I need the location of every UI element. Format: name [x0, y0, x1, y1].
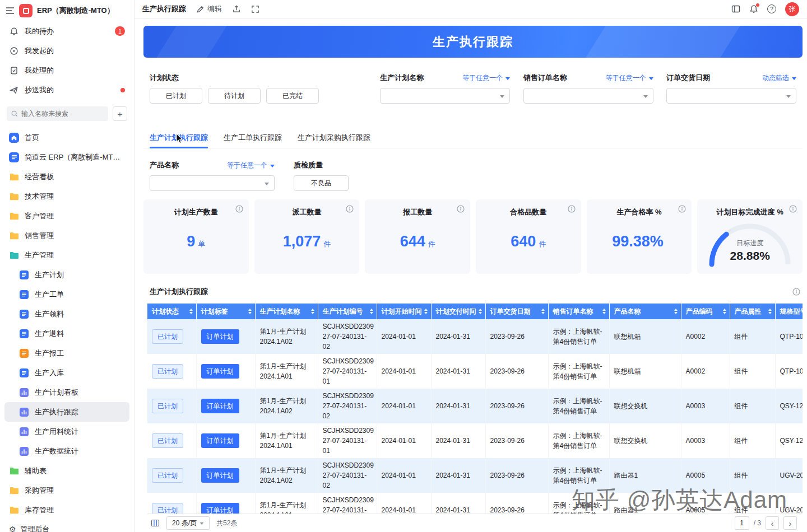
plan-status-option-button[interactable]: 已完结: [266, 88, 319, 104]
column-header[interactable]: 销售订单名称: [548, 304, 609, 319]
info-icon[interactable]: [789, 205, 797, 213]
share-icon[interactable]: [232, 4, 241, 13]
sidebar-item-production-plan[interactable]: 生产计划: [4, 265, 129, 284]
info-icon[interactable]: [678, 205, 686, 213]
sort-icon[interactable]: [768, 309, 772, 314]
delivery-date-select[interactable]: [666, 88, 796, 104]
sidebar-item-home[interactable]: 首页: [4, 128, 129, 147]
sidebar-item-plan-board[interactable]: 生产计划看板: [4, 382, 129, 402]
column-header[interactable]: 产品名称: [609, 304, 681, 319]
order-plan-tag-button[interactable]: 订单计划: [201, 433, 239, 448]
order-plan-tag-button[interactable]: 订单计划: [201, 399, 239, 413]
sort-icon[interactable]: [602, 309, 606, 314]
column-header[interactable]: 计划状态: [147, 304, 196, 319]
column-header[interactable]: 生产计划编号: [318, 304, 377, 319]
table-row[interactable]: 已计划 订单计划 第1月-生产计划 2024.1A01 SCJHXSDD2309…: [147, 423, 803, 458]
order-plan-tag-button[interactable]: 订单计划: [201, 329, 239, 344]
sidebar-item-cc[interactable]: 抄送我的: [4, 80, 129, 100]
sidebar-item-work-order[interactable]: 生产工单: [4, 284, 129, 304]
operator-dropdown[interactable]: 等于任意一个: [606, 73, 653, 83]
sort-icon[interactable]: [424, 309, 428, 314]
sidebar-item-data-stats[interactable]: 生产数据统计: [4, 441, 129, 461]
kpi-unit: 单: [198, 239, 205, 249]
sort-icon[interactable]: [370, 309, 373, 314]
quality-option-button[interactable]: 不良品: [294, 175, 349, 191]
operator-dropdown[interactable]: 等于任意一个: [462, 73, 510, 83]
search-input[interactable]: [7, 106, 108, 121]
sidebar-folder-sales[interactable]: 销售管理: [4, 226, 129, 245]
table-row[interactable]: 已计划 订单计划 第1月-生产计划 2024.1A01 SCJHXSDD2309…: [147, 354, 803, 389]
panel-toggle-icon[interactable]: [731, 4, 740, 13]
avatar[interactable]: 张: [785, 2, 799, 16]
sidebar-folder-customer[interactable]: 客户管理: [4, 206, 129, 226]
column-header[interactable]: 产品属性: [730, 304, 775, 319]
next-page-button[interactable]: ›: [783, 516, 797, 530]
plan-name-select[interactable]: [380, 88, 510, 104]
info-icon[interactable]: [792, 288, 800, 296]
edit-button[interactable]: 编辑: [196, 4, 222, 14]
sort-icon[interactable]: [723, 309, 726, 314]
column-header[interactable]: 产品编码: [681, 304, 730, 319]
table-row[interactable]: 已计划 订单计划 第1月-生产计划 2024.1A01 SCJHXSDD2309…: [147, 493, 803, 514]
sidebar-folder-purchase[interactable]: 采购管理: [4, 480, 129, 500]
sidebar-item-work-report[interactable]: 生产报工: [4, 343, 129, 363]
sort-icon[interactable]: [311, 309, 314, 314]
table-row[interactable]: 已计划 订单计划 第1月-生产计划 2024.1A02 SCJHXSDD2309…: [147, 319, 803, 354]
sidebar-item-material-stats[interactable]: 生产用料统计: [4, 422, 129, 441]
sort-icon[interactable]: [674, 309, 678, 314]
notification-bell-icon[interactable]: [749, 4, 758, 13]
sort-icon[interactable]: [541, 309, 545, 314]
sidebar-item-initiated[interactable]: 我发起的: [4, 41, 129, 60]
info-icon[interactable]: [235, 205, 243, 213]
product-name-select[interactable]: [150, 175, 275, 191]
column-header[interactable]: 规格型号: [775, 304, 803, 319]
current-page-input[interactable]: 1: [735, 516, 749, 530]
info-icon[interactable]: [346, 205, 354, 213]
sidebar-folder-tech[interactable]: 技术管理: [4, 186, 129, 206]
column-header[interactable]: 订单交货日期: [485, 304, 548, 319]
sort-icon[interactable]: [189, 309, 193, 314]
sidebar-folder-inventory[interactable]: 库存管理: [4, 500, 129, 520]
column-header[interactable]: 计划开始时间: [377, 304, 431, 319]
sidebar-folder-aux[interactable]: 辅助表: [4, 461, 129, 480]
table-row[interactable]: 已计划 订单计划 第1月-生产计划 2024.1A02 SCJHXSDD2309…: [147, 458, 803, 493]
tab[interactable]: 生产工单执行跟踪: [224, 129, 282, 148]
sidebar-folder-production[interactable]: 生产管理: [4, 245, 129, 265]
column-header[interactable]: 计划标签: [196, 304, 255, 319]
column-header[interactable]: 计划交付时间: [431, 304, 485, 319]
fullscreen-icon[interactable]: [251, 5, 259, 13]
order-plan-tag-button[interactable]: 订单计划: [201, 364, 239, 379]
sort-icon[interactable]: [248, 309, 252, 314]
plan-status-option-button[interactable]: 已计划: [150, 88, 202, 104]
table-view-icon[interactable]: [151, 519, 160, 528]
add-button[interactable]: +: [113, 106, 127, 121]
tab[interactable]: 生产计划采购执行跟踪: [298, 129, 370, 148]
plan-status-option-button[interactable]: 待计划: [208, 88, 261, 104]
sidebar-item-material-pick[interactable]: 生产领料: [4, 304, 129, 324]
sidebar-item-workspace[interactable]: 简道云 ERP（离散制造-MTO）...: [4, 147, 129, 167]
info-icon[interactable]: [457, 205, 465, 213]
table-viewport[interactable]: 计划状态 计划标签 生产计划名称 生产计划编号: [147, 304, 803, 514]
sidebar-item-todo[interactable]: 我的待办 1: [4, 21, 129, 41]
app-logo[interactable]: [19, 4, 33, 17]
sidebar-item-execution-tracking[interactable]: 生产执行跟踪: [4, 402, 129, 422]
operator-dropdown[interactable]: 动态筛选: [762, 73, 796, 83]
sidebar-admin[interactable]: ⚙ 管理后台: [9, 524, 50, 532]
sidebar-item-warehouse-in[interactable]: 生产入库: [4, 363, 129, 382]
operator-dropdown[interactable]: 等于任意一个: [227, 161, 275, 170]
prev-page-button[interactable]: ‹: [766, 516, 779, 530]
info-icon[interactable]: [568, 205, 576, 213]
order-plan-tag-button[interactable]: 订单计划: [201, 468, 239, 483]
sort-icon[interactable]: [479, 309, 482, 314]
sidebar-item-processed[interactable]: 我处理的: [4, 60, 129, 80]
sidebar-item-material-return[interactable]: 生产退料: [4, 324, 129, 343]
menu-toggle-icon[interactable]: [6, 7, 15, 15]
table-row[interactable]: 已计划 订单计划 第1月-生产计划 2024.1A02 SCJHXSDD2309…: [147, 389, 803, 423]
sidebar-folder-dashboard[interactable]: 经营看板: [4, 167, 129, 186]
sales-order-select[interactable]: [523, 88, 653, 104]
column-header[interactable]: 生产计划名称: [255, 304, 318, 319]
order-plan-tag-button[interactable]: 订单计划: [201, 503, 239, 514]
tab[interactable]: 生产计划执行跟踪: [150, 129, 208, 148]
page-size-select[interactable]: 20 条/页: [166, 516, 210, 530]
help-icon[interactable]: ?: [767, 4, 776, 13]
